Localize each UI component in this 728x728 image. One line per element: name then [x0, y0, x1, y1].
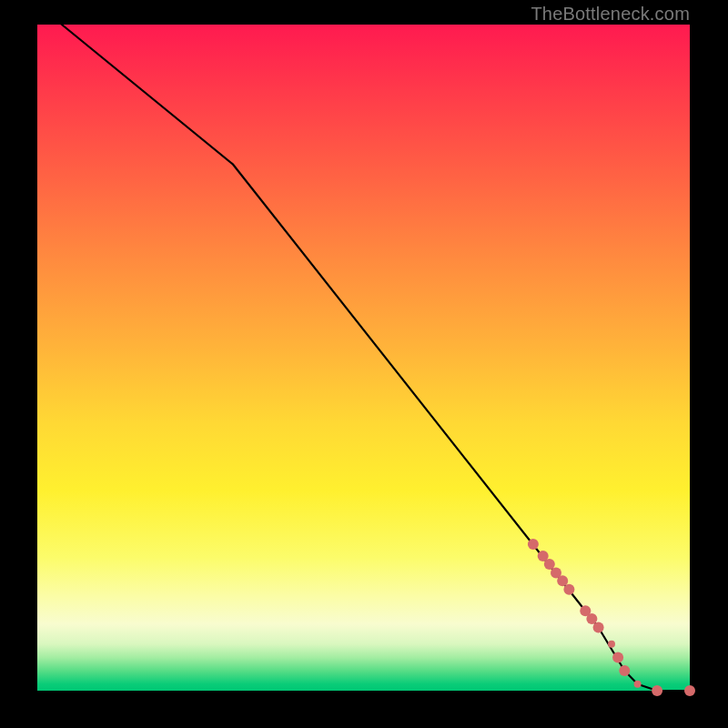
- bottleneck-curve-line: [37, 5, 690, 691]
- highlighted-point: [608, 641, 615, 648]
- chart-overlay: [37, 25, 690, 691]
- highlighted-point: [563, 584, 574, 595]
- highlighted-point: [684, 685, 695, 696]
- attribution-label: TheBottleneck.com: [531, 4, 690, 25]
- highlighted-point: [593, 622, 604, 633]
- highlighted-point: [634, 681, 642, 688]
- plot-area: [37, 25, 690, 691]
- highlighted-point: [557, 575, 568, 586]
- highlighted-points-group: [528, 539, 695, 696]
- highlighted-point: [612, 652, 623, 662]
- highlighted-point: [619, 665, 630, 676]
- highlighted-point: [544, 559, 555, 570]
- highlighted-point: [586, 613, 597, 624]
- highlighted-point: [528, 539, 539, 550]
- chart-frame: TheBottleneck.com: [0, 0, 728, 728]
- highlighted-point: [652, 685, 662, 696]
